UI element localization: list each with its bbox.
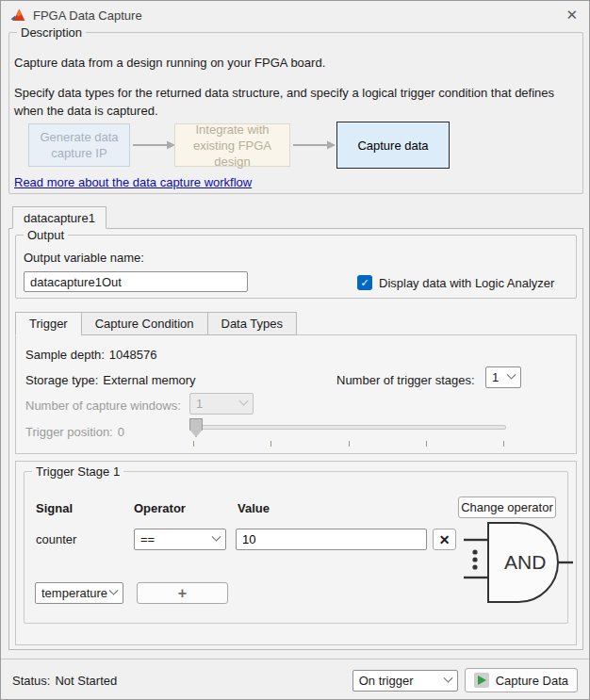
slider-track[interactable]: [189, 425, 506, 430]
change-operator-button[interactable]: Change operator: [458, 497, 556, 518]
logic-analyzer-row: ✓ Display data with Logic Analyzer: [357, 275, 554, 290]
plus-icon: +: [178, 585, 187, 602]
sample-depth: Sample depth:1048576: [25, 348, 156, 362]
capture-windows-select[interactable]: 1: [189, 393, 254, 415]
workflow-step-integrate: Integrate with existing FPGA design: [174, 123, 290, 167]
workflow-step-capture-data: Capture data: [336, 122, 450, 169]
datacapture-panel: Output Output variable name: ✓ Display d…: [8, 228, 583, 650]
signal-name: counter: [36, 532, 76, 546]
svg-text:AND: AND: [504, 551, 546, 573]
slider-ticks: [193, 441, 504, 447]
read-more-link[interactable]: Read more about the data capture workflo…: [14, 175, 252, 189]
chevron-down-icon: [239, 397, 249, 406]
description-line2: Specify data types for the returned data…: [14, 84, 578, 120]
tab-capture-condition[interactable]: Capture Condition: [81, 312, 208, 335]
column-header-signal: Signal: [36, 501, 73, 515]
add-signal-select[interactable]: temperature: [35, 582, 123, 604]
capture-mode-select[interactable]: On trigger: [352, 670, 458, 692]
trigger-stage-group: Trigger Stage 1 Signal Operator Value Ch…: [24, 471, 568, 624]
trigger-stage-legend: Trigger Stage 1: [32, 464, 123, 479]
and-gate-icon: AND: [460, 517, 575, 612]
tab-datacapture1[interactable]: datacapture1: [12, 206, 107, 229]
output-legend: Output: [24, 228, 68, 242]
status-text: Status:Not Started: [12, 674, 117, 688]
checkmark-icon: ✓: [360, 277, 369, 289]
trigger-value-input[interactable]: [236, 529, 427, 550]
workflow-step-generate-ip: Generate data capture IP: [28, 123, 130, 167]
chevron-down-icon: [443, 673, 452, 682]
output-group: Output Output variable name: ✓ Display d…: [15, 235, 577, 299]
logic-analyzer-label: Display data with Logic Analyzer: [379, 276, 554, 290]
output-variable-input[interactable]: [24, 271, 248, 292]
arrow-right-icon: [293, 139, 336, 154]
column-header-value: Value: [238, 501, 270, 515]
matlab-logo-icon: [10, 8, 26, 24]
column-header-operator: Operator: [134, 501, 186, 515]
trigger-stages-select[interactable]: 1: [485, 366, 521, 388]
chevron-down-icon: [507, 370, 516, 380]
settings-tabbar: Trigger Capture Condition Data Types: [15, 312, 296, 335]
chevron-down-icon: [109, 586, 119, 595]
add-condition-button[interactable]: +: [137, 582, 228, 604]
chevron-down-icon: [212, 532, 221, 542]
remove-icon: ✕: [439, 532, 451, 547]
description-legend: Description: [17, 25, 86, 40]
operator-select[interactable]: ==: [134, 529, 226, 550]
description-group: Description Capture data from a design r…: [8, 32, 583, 194]
remove-signal-button[interactable]: ✕: [433, 529, 456, 550]
trigger-stage-panel: Trigger Stage 1 Signal Operator Value Ch…: [15, 461, 577, 645]
capture-data-button[interactable]: Capture Data: [465, 668, 578, 692]
title-bar: FPGA Data Capture ✕: [1, 1, 589, 29]
close-icon[interactable]: ✕: [564, 7, 580, 24]
tab-data-types[interactable]: Data Types: [207, 312, 298, 335]
capture-windows-label: Number of capture windows:: [25, 399, 181, 413]
window-title: FPGA Data Capture: [33, 8, 142, 23]
output-variable-label: Output variable name:: [24, 251, 144, 265]
arrow-right-icon: [133, 139, 176, 154]
trigger-stages-label: Number of trigger stages:: [336, 373, 475, 387]
tab-trigger[interactable]: Trigger: [15, 312, 82, 335]
slider-thumb[interactable]: [189, 418, 203, 437]
trigger-position-slider: [189, 416, 506, 448]
fpga-data-capture-window: FPGA Data Capture ✕ Description Capture …: [0, 0, 590, 700]
trigger-settings-panel: Sample depth:1048576 Storage type:Extern…: [15, 334, 577, 454]
play-icon: [474, 673, 489, 688]
description-line1: Capture data from a design running on yo…: [14, 56, 580, 70]
status-bar: Status:Not Started On trigger Capture Da…: [1, 659, 589, 700]
trigger-position: Trigger position:0: [25, 425, 124, 439]
logic-analyzer-checkbox[interactable]: ✓: [357, 275, 372, 290]
storage-type: Storage type:External memory: [25, 373, 196, 387]
